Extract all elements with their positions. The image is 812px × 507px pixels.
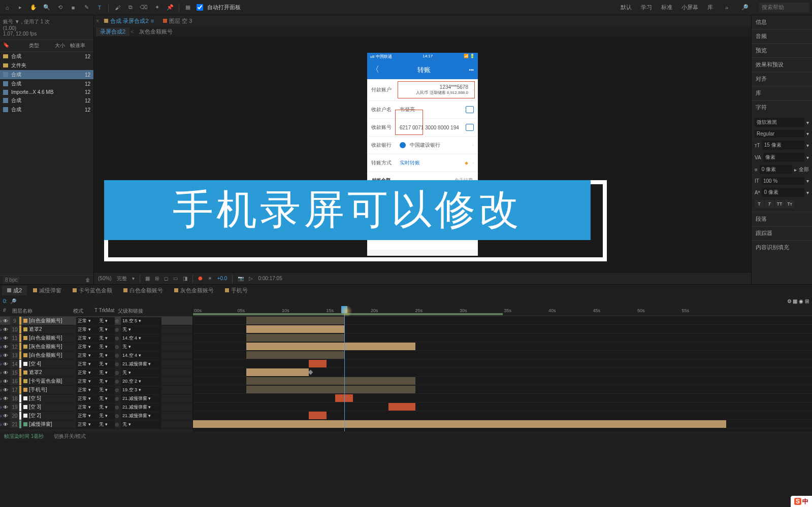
search-input[interactable]: 搜索帮助	[759, 3, 809, 12]
pin-tool-icon[interactable]: 📌	[166, 3, 175, 12]
color-mgmt-icon[interactable]: ⬣	[198, 276, 203, 281]
viewer-tab-comp[interactable]: 合成 录屏合成2 ≡	[100, 16, 158, 26]
tracking-input[interactable]: 0 像素	[760, 165, 792, 174]
workspace-small[interactable]: 小屏幕	[681, 4, 698, 11]
track-row[interactable]	[193, 351, 812, 359]
timeline-tab[interactable]: 手机号	[220, 286, 253, 295]
roto-tool-icon[interactable]: ✦	[152, 3, 161, 12]
zoom-tool-icon[interactable]: 🔍	[42, 3, 51, 12]
panel-align[interactable]: 对齐	[752, 72, 812, 86]
clip[interactable]	[246, 325, 344, 333]
clip[interactable]	[388, 403, 415, 411]
panel-character[interactable]: 字符	[752, 100, 812, 114]
project-item[interactable]: 文件夹	[0, 61, 93, 70]
project-item[interactable]: 合成12	[0, 79, 93, 88]
project-list[interactable]: 合成12文件夹合成12合成12Importe...X 4.6 MB12合成12合…	[0, 52, 93, 275]
timeline-layer[interactable]: › 👁 18 [空 5] 正常 ▾ 无 ▾ ⊚ 21.减慢弹窗 ▾	[0, 394, 192, 403]
track-row[interactable]	[193, 342, 812, 351]
zoom-dropdown[interactable]: (50%)	[98, 276, 112, 281]
ime-indicator[interactable]: S 中	[791, 496, 812, 507]
timeline-layer[interactable]: › 👁 11 [白色金额账号] 正常 ▾ 无 ▾ ⊚ 14.空 4 ▾	[0, 334, 192, 343]
clip[interactable]	[246, 343, 415, 350]
timeline-tab[interactable]: 减慢弹窗	[28, 286, 67, 295]
hand-tool-icon[interactable]: ✋	[29, 3, 38, 12]
workspace-library[interactable]: 库	[707, 4, 713, 11]
shape-tool-icon[interactable]: ■	[69, 3, 78, 12]
timeline-layer[interactable]: › 👁 17 [手机号] 正常 ▾ 无 ▾ ⊚ 19.空 3 ▾	[0, 386, 192, 394]
timeline-tab[interactable]: 灰色金额账号	[169, 286, 219, 295]
timeline-tab[interactable]: 白色金额账号	[118, 286, 168, 295]
clip[interactable]	[246, 334, 344, 342]
allcaps-button[interactable]: TT	[775, 200, 784, 208]
timeline-layer[interactable]: › 👁 12 [灰色金额账号] 正常 ▾ 无 ▾ ⊚ 无 ▾	[0, 343, 192, 351]
tl-search-icon[interactable]: 🔎	[10, 298, 16, 304]
timeline-layer[interactable]: › 👁 16 [卡号蓝色金额] 正常 ▾ 无 ▾ ⊚ 20.空 2 ▾	[0, 377, 192, 386]
project-item[interactable]: 合成12	[0, 96, 93, 105]
timeline-layer[interactable]: › 👁 10 遮罩2 正常 ▾ 无 ▾ ⊚ 无 ▾	[0, 325, 192, 334]
track-row[interactable]	[193, 333, 812, 342]
track-row[interactable]	[193, 411, 812, 420]
track-row[interactable]	[193, 385, 812, 394]
transparency-icon[interactable]: ◨	[183, 276, 187, 281]
font-weight-dropdown[interactable]: Regular	[755, 130, 804, 138]
panel-library[interactable]: 库	[752, 86, 812, 100]
track-row[interactable]	[193, 402, 812, 411]
region-icon[interactable]: ▭	[173, 276, 178, 281]
preview-icon[interactable]: ▷	[249, 276, 253, 281]
search-icon[interactable]: 🔎	[740, 3, 750, 12]
breadcrumb-2[interactable]: 灰色金额账号	[135, 27, 177, 36]
timeline-tab[interactable]: 卡号蓝色金额	[68, 286, 117, 295]
font-family-dropdown[interactable]: 微软雅黑	[755, 118, 804, 127]
project-item[interactable]: Importe...X 4.6 MB12	[0, 88, 93, 96]
bold-button[interactable]: T	[755, 200, 764, 208]
clip[interactable]	[246, 386, 415, 393]
guides-icon[interactable]: ⊞	[155, 276, 159, 281]
panel-audio[interactable]: 音频	[752, 29, 812, 43]
overflow-icon[interactable]: »	[722, 3, 731, 12]
track-row[interactable]	[193, 368, 812, 377]
timeline-layer[interactable]: › 👁 15 遮罩2 正常 ▾ 无 ▾ ⊚ 无 ▾	[0, 368, 192, 377]
breadcrumb-1[interactable]: 录屏合成2	[96, 27, 129, 36]
timeline-layer[interactable]: › 👁 14 [空 4] 正常 ▾ 无 ▾ ⊚ 21.减慢弹窗 ▾	[0, 360, 192, 368]
clip[interactable]	[246, 317, 344, 324]
baseline-input[interactable]: 0 像素	[762, 188, 804, 197]
track-row[interactable]	[193, 325, 812, 333]
bpc-label[interactable]: 8 bpc 🗑	[0, 275, 93, 284]
workspace-learn[interactable]: 学习	[641, 4, 652, 11]
text-tool-icon[interactable]: T	[95, 3, 104, 12]
exposure-icon[interactable]: ☀	[208, 276, 212, 281]
track-row[interactable]	[193, 394, 812, 402]
keyframe[interactable]	[308, 370, 313, 375]
timeline-layer[interactable]: › 👁 20 [空 2] 正常 ▾ 无 ▾ ⊚ 21.减慢弹窗 ▾	[0, 412, 192, 420]
scale-input[interactable]: 100 %	[761, 177, 804, 185]
selection-tool-icon[interactable]: ▸	[16, 3, 25, 12]
timeline-layer[interactable]: › 👁 9 [白色金额账号] 正常 ▾ 无 ▾ ⊚ 18.空 5 ▾	[0, 317, 192, 325]
timecode[interactable]: 0:00:17:05	[258, 276, 282, 281]
panel-preview[interactable]: 预览	[752, 44, 812, 57]
eraser-tool-icon[interactable]: ⌫	[139, 3, 148, 12]
snapshot-icon[interactable]: 📷	[238, 276, 244, 281]
leading-input[interactable]: 像素	[763, 153, 804, 162]
font-size-input[interactable]: 15 像素	[762, 141, 804, 150]
rotate-tool-icon[interactable]: ⟲	[55, 3, 64, 12]
panel-info[interactable]: 信息	[752, 15, 812, 29]
home-icon[interactable]: ⌂	[3, 3, 12, 12]
track-row[interactable]	[193, 316, 812, 325]
clip[interactable]	[193, 420, 726, 428]
timeline-layer[interactable]: › 👁 13 [白色金额账号] 正常 ▾ 无 ▾ ⊚ 14.空 4 ▾	[0, 351, 192, 360]
panel-content-aware[interactable]: 内容识别填充	[752, 241, 812, 254]
track-row[interactable]	[193, 420, 812, 428]
quality-dropdown[interactable]: 完整	[117, 275, 127, 282]
track-row[interactable]	[193, 359, 812, 368]
panel-paragraph[interactable]: 段落	[752, 212, 812, 226]
pen-tool-icon[interactable]: ✎	[82, 3, 91, 12]
project-item[interactable]: 合成12	[0, 70, 93, 79]
snap-icon[interactable]: ▦	[183, 3, 192, 12]
clip[interactable]	[246, 351, 344, 359]
auto-open-panel-checkbox[interactable]	[197, 4, 203, 11]
project-item[interactable]: 合成12	[0, 52, 93, 61]
clip[interactable]	[309, 412, 327, 419]
smallcaps-button[interactable]: Tт	[785, 200, 794, 208]
clip[interactable]	[246, 368, 309, 376]
viewer-tab-layer[interactable]: 图层 空 3	[159, 16, 196, 26]
